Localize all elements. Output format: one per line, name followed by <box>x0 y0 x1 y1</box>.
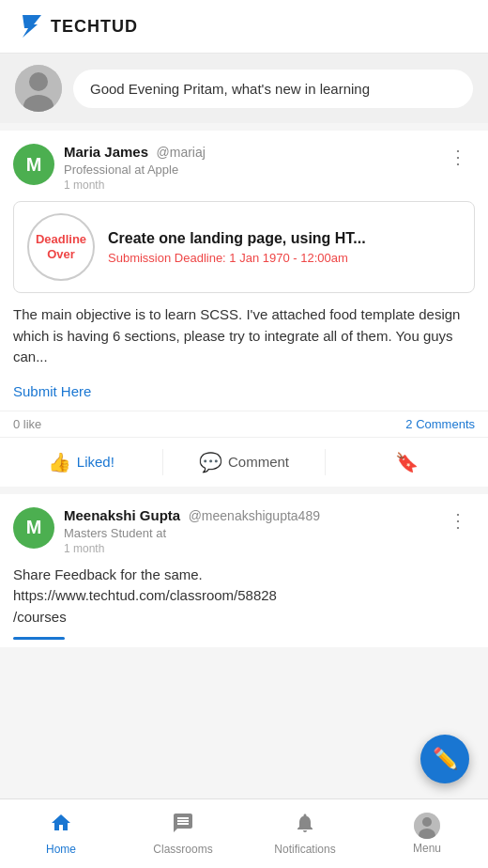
post-user-info-1: Maria James @mariaj Professional at Appl… <box>64 144 432 192</box>
deadline-line2: Over <box>47 247 75 262</box>
post-body-wrap-2: Share Feedback for the same. https://www… <box>0 565 488 628</box>
nav-item-home[interactable]: Home <box>0 804 122 863</box>
nav-item-menu[interactable]: Menu <box>366 805 488 862</box>
post-menu-button-1[interactable]: ⋮ <box>441 144 475 170</box>
logo-icon <box>15 11 45 41</box>
svg-marker-0 <box>23 15 41 38</box>
post-user-name-2: Meenakshi Gupta <box>64 507 180 523</box>
nav-item-notifications[interactable]: Notifications <box>244 804 366 863</box>
nav-label-notifications: Notifications <box>274 843 335 856</box>
submit-link[interactable]: Submit Here <box>0 378 488 411</box>
bookmark-button-1[interactable]: 🔖 <box>326 442 488 483</box>
deadline-line1: Deadline <box>36 232 86 247</box>
deadline-circle: Deadline Over <box>27 213 95 281</box>
likes-count-1: 0 like <box>13 417 41 431</box>
post-time-1: 1 month <box>64 178 432 192</box>
post-user-role-1: Professional at Apple <box>64 163 432 177</box>
comment-icon: 💬 <box>199 451 222 473</box>
menu-avatar-image <box>414 813 440 839</box>
post-actions-1: 👍 Liked! 💬 Comment 🔖 <box>0 437 488 487</box>
svg-point-5 <box>422 817 432 827</box>
post-user-handle-1: @mariaj <box>157 145 206 160</box>
nav-label-classrooms: Classrooms <box>153 843 212 856</box>
classrooms-icon <box>172 812 194 840</box>
greeting-text[interactable]: Good Evening Pritam, what's new in learn… <box>73 70 473 108</box>
post-menu-button-2[interactable]: ⋮ <box>441 507 475 534</box>
assignment-info: Create one landing page, using HT... Sub… <box>108 230 461 265</box>
deadline-value: 1 Jan 1970 - 12:00am <box>229 251 347 265</box>
header: TECHTUD <box>0 0 488 54</box>
logo-text: TECHTUD <box>51 17 138 37</box>
like-button-1[interactable]: 👍 Liked! <box>0 442 162 483</box>
post-time-2: 1 month <box>64 542 432 555</box>
post-header-2: M Meenakshi Gupta @meenakshigupta489 Mas… <box>0 494 488 565</box>
comment-label-1: Comment <box>228 454 289 470</box>
like-label-1: Liked! <box>77 454 114 470</box>
post-stats-1: 0 like 2 Comments <box>0 411 488 437</box>
post-body-2-link: https://www.techtud.com/classroom/58828/… <box>13 587 277 625</box>
post-header-1: M Maria James @mariaj Professional at Ap… <box>0 131 488 201</box>
bottom-nav: Home Classrooms Notifications Menu <box>0 798 488 868</box>
fab-edit-button[interactable]: ✏️ <box>420 735 469 783</box>
logo[interactable]: TECHTUD <box>15 11 138 41</box>
bookmark-icon: 🔖 <box>395 451 419 473</box>
svg-point-2 <box>29 72 48 91</box>
assignment-block: Deadline Over Create one landing page, u… <box>13 201 475 293</box>
nav-label-menu: Menu <box>413 842 441 855</box>
post-avatar-2: M <box>13 507 54 549</box>
stats-indicator <box>13 637 65 640</box>
menu-avatar <box>414 813 440 839</box>
notifications-icon <box>294 812 316 840</box>
nav-item-classrooms[interactable]: Classrooms <box>122 804 244 863</box>
post-card-2: M Meenakshi Gupta @meenakshigupta489 Mas… <box>0 494 488 648</box>
post-user-handle-2: @meenakshigupta489 <box>189 508 320 523</box>
post-body-1: The main objective is to learn SCSS. I'v… <box>0 304 488 378</box>
thumbs-up-icon: 👍 <box>48 451 71 473</box>
nav-label-home: Home <box>46 843 76 856</box>
post-user-name-1: Maria James <box>64 144 148 160</box>
user-avatar <box>15 65 62 112</box>
post-avatar-1: M <box>13 144 54 185</box>
post-user-role-2: Masters Student at <box>64 526 432 540</box>
comment-button-1[interactable]: 💬 Comment <box>163 442 326 483</box>
post-user-info-2: Meenakshi Gupta @meenakshigupta489 Maste… <box>64 507 432 555</box>
assignment-title: Create one landing page, using HT... <box>108 230 461 247</box>
edit-icon: ✏️ <box>433 747 458 771</box>
greeting-bar: Good Evening Pritam, what's new in learn… <box>0 54 488 123</box>
post-body-2: Share Feedback for the same. https://www… <box>13 565 475 628</box>
comments-count-1[interactable]: 2 Comments <box>405 417 475 431</box>
post-card-1: M Maria James @mariaj Professional at Ap… <box>0 131 488 487</box>
deadline-label-text: Submission Deadline: <box>108 251 226 265</box>
partial-stats-2 <box>13 637 475 647</box>
avatar-image <box>15 65 62 112</box>
home-icon <box>50 812 72 840</box>
assignment-deadline: Submission Deadline: 1 Jan 1970 - 12:00a… <box>108 251 461 265</box>
